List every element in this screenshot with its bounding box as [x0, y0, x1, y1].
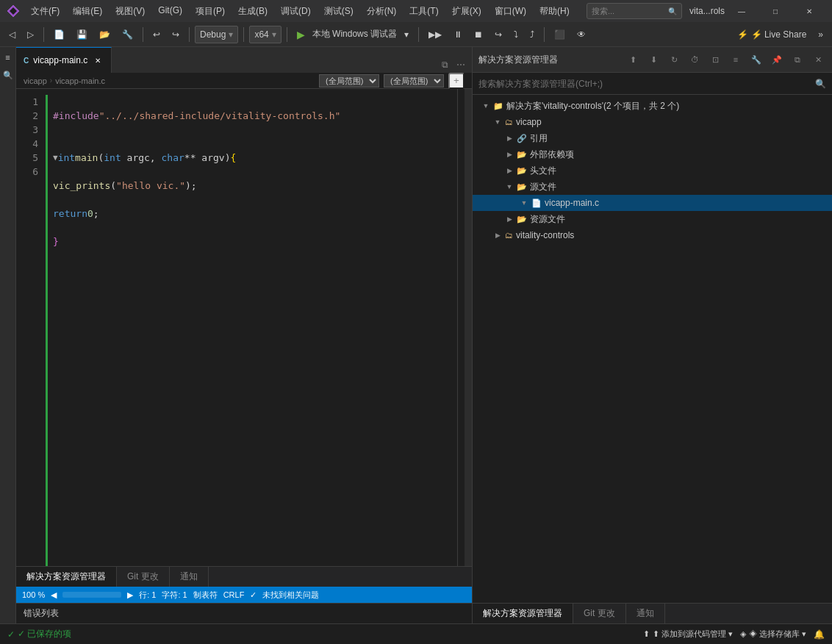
forward-button[interactable]: ▷	[23, 26, 38, 43]
play-button[interactable]: ▶	[293, 26, 309, 43]
play-dropdown-arrow[interactable]: ▾	[400, 26, 413, 43]
activity-search-icon[interactable]: 🔍	[1, 68, 15, 82]
menu-git[interactable]: Git(G)	[152, 4, 188, 19]
tree-item-source[interactable]: ▼ 📂 源文件	[473, 179, 832, 195]
debug-config-dropdown[interactable]: Debug ▾	[195, 26, 238, 43]
panel-btn-refresh[interactable]: ↻	[666, 51, 682, 68]
panel-pin-btn[interactable]: 📌	[769, 51, 785, 68]
debug-toolbar-btn-4[interactable]: ↪	[490, 26, 506, 43]
chevron-resources-icon: ▶	[505, 215, 514, 223]
bottom-bar: ✓ ✓ 已保存的项 ⬆ ⬆ 添加到源代码管理 ▾ ◈ ◈ 选择存储库 ▾ 🔔	[0, 623, 832, 644]
panel-float-btn[interactable]: ⧉	[789, 51, 806, 68]
separator-5	[287, 27, 287, 42]
paren-close: )	[225, 151, 231, 165]
status-no-issues[interactable]: 未找到相关问题	[262, 590, 319, 601]
menu-view[interactable]: 视图(V)	[110, 4, 151, 19]
ref-icon: 🔗	[517, 134, 527, 143]
bell-icon[interactable]: 🔔	[814, 629, 825, 640]
debug-toolbar-btn-3[interactable]: ⏹	[470, 26, 487, 43]
save-button[interactable]: 💾	[72, 26, 92, 43]
toolbar-extra-btn[interactable]: »	[814, 26, 828, 43]
status-encoding[interactable]: 制表符	[193, 590, 218, 601]
tree-item-resources[interactable]: ▶ 📂 资源文件	[473, 211, 832, 227]
tab-action-split[interactable]: ⧉	[437, 57, 453, 73]
panel-btn-filter[interactable]: ⊡	[707, 51, 723, 68]
arch-dropdown[interactable]: x64 ▾	[249, 26, 281, 43]
debug-toolbar-btn-2[interactable]: ⏸	[449, 26, 467, 43]
tree-item-headers[interactable]: ▶ 📂 头文件	[473, 162, 832, 179]
code-editor[interactable]: 1 2 3 4 5 6 #include "../../shared-inclu…	[16, 89, 472, 566]
select-repo-btn[interactable]: ◈ ◈ 选择存储库 ▾	[740, 629, 806, 640]
settings-button[interactable]: 🔧	[118, 26, 137, 43]
menu-analyze[interactable]: 分析(N)	[361, 4, 403, 19]
title-search[interactable]: 搜索... 🔍	[587, 3, 682, 19]
active-tab[interactable]: C vicapp-main.c ✕	[16, 47, 112, 73]
back-button[interactable]: ◁	[4, 26, 20, 43]
add-source-control-btn[interactable]: ⬆ ⬆ 添加到源代码管理 ▾	[643, 629, 733, 640]
panel-btn-history[interactable]: ⏱	[686, 51, 703, 68]
menu-project[interactable]: 项目(P)	[190, 4, 231, 19]
tree-item-vicapp[interactable]: ▼ 🗂 vicapp	[473, 114, 832, 130]
panel-btn-collapse[interactable]: ⬇	[645, 51, 661, 68]
tree-item-solution[interactable]: ▼ 📁 解决方案'vitality-controls'(2 个项目，共 2 个)	[473, 98, 832, 114]
status-scroll-left[interactable]: ◀	[51, 590, 57, 600]
panel-btn-settings[interactable]: ≡	[728, 51, 744, 68]
menu-build[interactable]: 生成(B)	[232, 4, 273, 19]
tree-item-extdeps[interactable]: ▶ 📂 外部依赖项	[473, 146, 832, 162]
file-new-button[interactable]: 📄	[49, 26, 69, 43]
chevron-headers-icon: ▶	[505, 167, 514, 174]
menu-test[interactable]: 测试(S)	[318, 4, 359, 19]
menu-extensions[interactable]: 扩展(X)	[446, 4, 487, 19]
maximize-button[interactable]: □	[759, 0, 792, 22]
debug-toolbar-btn-5[interactable]: ⤵	[509, 26, 523, 43]
open-button[interactable]: 📂	[95, 26, 115, 43]
sol-tab-git[interactable]: Git 更改	[573, 604, 626, 624]
tab-action-more[interactable]: ⋯	[453, 57, 469, 73]
status-line-col[interactable]: 行: 1	[139, 590, 156, 601]
menu-window[interactable]: 窗口(W)	[489, 4, 532, 19]
menu-debug[interactable]: 调试(D)	[275, 4, 317, 19]
solution-search-input[interactable]	[478, 79, 811, 89]
panel-btn-sync[interactable]: ⬆	[625, 51, 641, 68]
live-share-button[interactable]: ⚡ ⚡ Live Share	[733, 29, 811, 40]
scope-dropdown-2[interactable]: (全局范围)	[384, 74, 444, 87]
breakpoint-btn[interactable]: ⬛	[550, 26, 570, 43]
panel-btn-tools[interactable]: 🔧	[748, 51, 764, 68]
status-zoom[interactable]: 100 %	[22, 590, 45, 599]
watch-btn[interactable]: 👁	[573, 26, 590, 43]
sol-tab-explorer[interactable]: 解决方案资源管理器	[473, 604, 573, 624]
breadcrumb-filename[interactable]: vicapp-main.c	[55, 76, 105, 85]
close-button[interactable]: ✕	[792, 0, 826, 22]
solution-search-icon[interactable]: 🔍	[815, 79, 826, 89]
panel-tab-git[interactable]: Git 更改	[117, 567, 170, 587]
status-line-ending[interactable]: CRLF	[223, 590, 245, 599]
tree-item-ref[interactable]: ▶ 🔗 引用	[473, 130, 832, 146]
menu-tools[interactable]: 工具(T)	[404, 4, 444, 19]
breadcrumb-add-btn[interactable]: +	[448, 73, 465, 89]
scope-dropdown[interactable]: (全局范围)	[319, 74, 379, 87]
debug-toolbar-btn-1[interactable]: ▶▶	[424, 26, 446, 43]
tree-item-vitality[interactable]: ▶ 🗂 vitality-controls	[473, 227, 832, 243]
status-char[interactable]: 字符: 1	[162, 590, 187, 601]
menu-edit[interactable]: 编辑(E)	[67, 4, 108, 19]
menu-file[interactable]: 文件(F)	[25, 4, 65, 19]
code-content[interactable]: #include "../../shared-include/vitality-…	[46, 89, 457, 566]
scrollbar-right[interactable]	[465, 89, 472, 566]
redo-button[interactable]: ↪	[168, 26, 184, 43]
panel-close-btn[interactable]: ✕	[810, 51, 826, 68]
debug-toolbar-btn-6[interactable]: ⤴	[526, 26, 539, 43]
tree-item-mainc[interactable]: ▼ 📄 vicapp-main.c	[473, 195, 832, 211]
activity-explorer-icon[interactable]: ≡	[1, 50, 15, 65]
status-scroll-right[interactable]: ▶	[127, 590, 133, 600]
menu-help[interactable]: 帮助(H)	[534, 4, 575, 19]
panel-tab-notifications[interactable]: 通知	[170, 567, 209, 587]
undo-button[interactable]: ↩	[148, 26, 165, 43]
breadcrumb-root[interactable]: vicapp	[24, 76, 47, 85]
panel-tab-solution[interactable]: 解决方案资源管理器	[16, 567, 117, 587]
sol-tab-notifications[interactable]: 通知	[626, 604, 665, 624]
minimize-button[interactable]: —	[725, 0, 759, 22]
tab-close-button[interactable]: ✕	[92, 54, 104, 66]
collapse-icon[interactable]: ▼	[53, 151, 58, 165]
chevron-solution-icon: ▼	[481, 102, 490, 110]
char-keyword: char	[162, 151, 184, 165]
